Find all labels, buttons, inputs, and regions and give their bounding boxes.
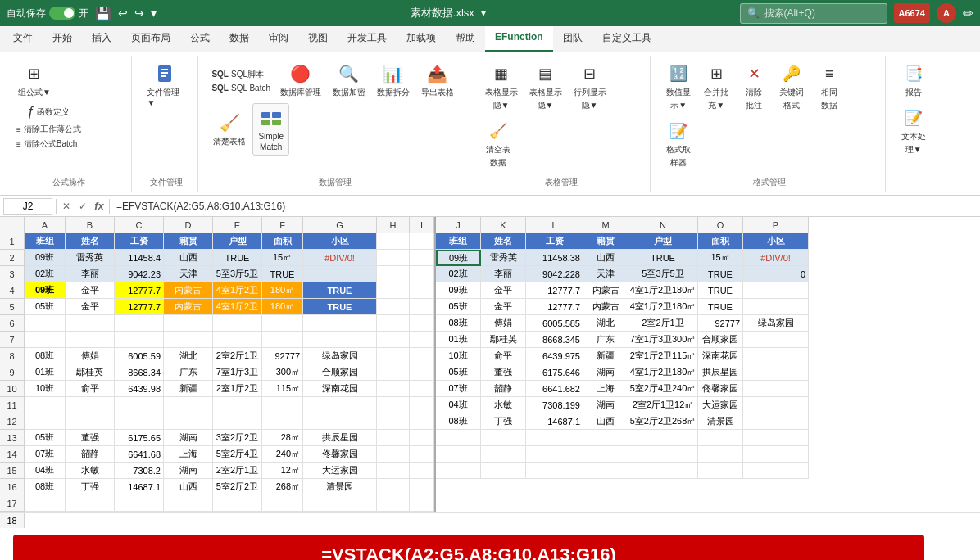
formula-input[interactable] xyxy=(113,199,977,214)
cell-B17[interactable] xyxy=(66,495,115,512)
cell-I16[interactable] xyxy=(410,479,434,495)
cell-N15[interactable] xyxy=(628,463,698,479)
cell-O12[interactable]: 清景园 xyxy=(698,413,743,430)
cell-B13[interactable]: 董强 xyxy=(66,430,115,446)
cell-K1[interactable]: 姓名 xyxy=(481,233,526,250)
cell-K5[interactable]: 金平 xyxy=(481,299,526,315)
cell-J15[interactable] xyxy=(436,463,481,479)
sql-script-btn[interactable]: SQL SQL脚本 xyxy=(208,68,274,81)
cell-G3[interactable] xyxy=(303,266,377,282)
confirm-formula-icon[interactable]: ✓ xyxy=(76,200,89,213)
simple-match-btn[interactable]: Simple Match xyxy=(252,103,289,156)
cell-B12[interactable] xyxy=(66,413,115,430)
cell-L4[interactable]: 12777.7 xyxy=(526,282,583,299)
cell-N14[interactable] xyxy=(628,446,698,463)
cell-F4[interactable]: 180㎡ xyxy=(262,282,303,299)
data-encrypt-btn[interactable]: 🔍 数据加密 xyxy=(328,59,370,102)
cell-L6[interactable]: 6005.585 xyxy=(526,315,583,332)
cell-N7[interactable]: 7室1厅3卫300㎡ xyxy=(628,332,698,348)
cell-G10[interactable]: 深南花园 xyxy=(303,381,377,397)
cell-O3[interactable]: TRUE xyxy=(698,266,743,282)
cell-O4[interactable]: TRUE xyxy=(698,282,743,299)
tab-review[interactable]: 审阅 xyxy=(259,26,298,52)
cell-J2[interactable]: 09班 xyxy=(436,250,481,266)
same-data-btn[interactable]: ≡ 相同 数据 xyxy=(811,59,847,115)
cell-L10[interactable]: 6641.682 xyxy=(526,381,583,397)
cell-N13[interactable] xyxy=(628,430,698,446)
cell-B14[interactable]: 韶静 xyxy=(66,446,115,463)
cell-B3[interactable]: 李丽 xyxy=(66,266,115,282)
cell-P2[interactable]: #DIV/0! xyxy=(743,250,809,266)
cell-F8[interactable]: 92777 xyxy=(262,348,303,364)
cell-F6[interactable] xyxy=(262,315,303,332)
cell-G17[interactable] xyxy=(303,495,377,512)
cell-D14[interactable]: 上海 xyxy=(164,446,213,463)
autosave-toggle[interactable]: 自动保存 开 xyxy=(7,7,88,20)
cell-F3[interactable]: TRUE xyxy=(262,266,303,282)
settings-icon[interactable]: ✏ xyxy=(963,6,973,21)
tab-data[interactable]: 数据 xyxy=(220,26,259,52)
cell-B16[interactable]: 丁强 xyxy=(66,479,115,495)
cell-M13[interactable] xyxy=(583,430,628,446)
cell-M5[interactable]: 内蒙古 xyxy=(583,299,628,315)
cell-P3[interactable]: 0 xyxy=(743,266,809,282)
sql-batch-btn[interactable]: SQL SQL Batch xyxy=(208,83,274,93)
clear-comment-btn[interactable]: ✕ 清除 批注 xyxy=(736,59,772,115)
cell-N11[interactable]: 2室2厅1卫12㎡ xyxy=(628,397,698,413)
save-icon[interactable]: 💾 xyxy=(95,6,111,21)
cell-I6[interactable] xyxy=(410,315,434,332)
cell-L3[interactable]: 9042.228 xyxy=(526,266,583,282)
cell-H17[interactable] xyxy=(377,495,410,512)
cell-O11[interactable]: 大运家园 xyxy=(698,397,743,413)
tab-file[interactable]: 文件 xyxy=(3,26,43,52)
cell-B5[interactable]: 金平 xyxy=(66,299,115,315)
cell-K9[interactable]: 董强 xyxy=(481,364,526,381)
cell-N12[interactable]: 5室2厅2卫268㎡ xyxy=(628,413,698,430)
cell-F12[interactable] xyxy=(262,413,303,430)
cell-G1[interactable]: 小区 xyxy=(303,233,377,250)
cell-G7[interactable] xyxy=(303,332,377,348)
cell-A2[interactable]: 09班 xyxy=(25,250,66,266)
cell-L5[interactable]: 12777.7 xyxy=(526,299,583,315)
cell-J1[interactable]: 班组 xyxy=(436,233,481,250)
clear-table-data-btn[interactable]: 🧹 清空表 数据 xyxy=(480,116,516,172)
cell-I1[interactable] xyxy=(410,233,434,250)
col-header-I[interactable]: I xyxy=(410,217,434,233)
cell-M3[interactable]: 天津 xyxy=(583,266,628,282)
cell-G14[interactable]: 佟馨家园 xyxy=(303,446,377,463)
cell-P7[interactable] xyxy=(743,332,809,348)
cell-J11[interactable]: 04班 xyxy=(436,397,481,413)
cell-F14[interactable]: 240㎡ xyxy=(262,446,303,463)
cell-A16[interactable]: 08班 xyxy=(25,479,66,495)
redo-icon[interactable]: ↪ xyxy=(134,7,144,20)
cell-A4[interactable]: 09班 xyxy=(25,282,66,299)
cell-J13[interactable] xyxy=(436,430,481,446)
cell-O8[interactable]: 深南花园 xyxy=(698,348,743,364)
col-header-B[interactable]: B xyxy=(66,217,115,233)
cell-D12[interactable] xyxy=(164,413,213,430)
cell-P15[interactable] xyxy=(743,463,809,479)
file-mgmt-btn[interactable]: 文件管理▼ xyxy=(142,59,191,111)
cell-D1[interactable]: 籍贯 xyxy=(164,233,213,250)
cell-F2[interactable]: 15㎡ xyxy=(262,250,303,266)
tab-efunction[interactable]: EFunction xyxy=(485,26,553,52)
cell-F16[interactable]: 268㎡ xyxy=(262,479,303,495)
tab-developer[interactable]: 开发工具 xyxy=(338,26,397,52)
clear-formula-batch-btn[interactable]: ≡ 清除公式Batch xyxy=(13,138,84,151)
cell-L8[interactable]: 6439.975 xyxy=(526,348,583,364)
cell-N4[interactable]: 4室1厅2卫180㎡ xyxy=(628,282,698,299)
cell-D16[interactable]: 山西 xyxy=(164,479,213,495)
cell-M1[interactable]: 籍贯 xyxy=(583,233,628,250)
cell-ref-input[interactable] xyxy=(3,198,52,215)
cell-G9[interactable]: 合顺家园 xyxy=(303,364,377,381)
cell-E4[interactable]: 4室1厅2卫 xyxy=(213,282,262,299)
tab-view[interactable]: 视图 xyxy=(298,26,338,52)
cell-B6[interactable] xyxy=(66,315,115,332)
cell-H2[interactable] xyxy=(377,250,410,266)
cell-I5[interactable] xyxy=(410,299,434,315)
cell-F11[interactable] xyxy=(262,397,303,413)
cell-F9[interactable]: 300㎡ xyxy=(262,364,303,381)
cell-H8[interactable] xyxy=(377,348,410,364)
more-icon[interactable]: ▾ xyxy=(151,7,157,20)
cell-C3[interactable]: 9042.23 xyxy=(115,266,164,282)
